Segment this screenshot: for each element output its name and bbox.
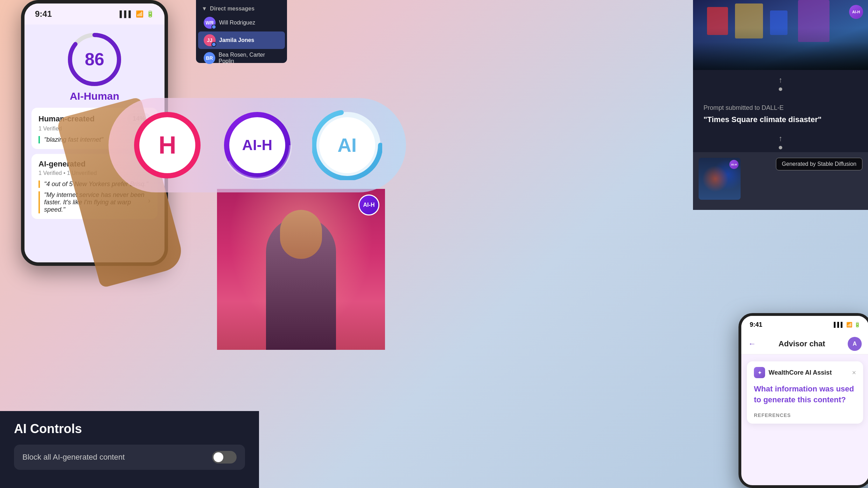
phone-left-time: 9:41	[35, 9, 52, 19]
app-name-label: AI-Human	[70, 90, 119, 102]
avatar-badge-will	[211, 24, 216, 29]
wealthcore-header: ✦ WealthCore AI Assist ×	[754, 367, 856, 378]
ai-controls-panel: AI Controls Block all AI-generated conte…	[0, 411, 259, 488]
avatar-badge-jamila	[211, 42, 216, 47]
messenger-panel: ▼ Direct messages WR Will Rodriguez JJ J…	[196, 0, 287, 63]
h-icon-container[interactable]: H	[132, 110, 202, 180]
messenger-item-jamila[interactable]: JJ Jamila Jones	[198, 31, 285, 49]
direct-messages-label: Direct messages	[210, 6, 254, 12]
signal-icon-right: ▌▌▌	[834, 322, 844, 327]
back-button[interactable]: ←	[748, 339, 756, 348]
aih-badge-center-photo: AI-H	[358, 195, 379, 215]
chat-avatar: A	[848, 337, 862, 351]
wealthcore-question: What information was used to generate th…	[754, 384, 856, 405]
aih-icon-container[interactable]: AI-H	[222, 110, 292, 180]
chat-header: ← Advisor chat A	[741, 333, 868, 354]
battery-icon-right: 🔋	[854, 322, 860, 327]
phone-right-status-icons: ▌▌▌ 📶 🔋	[834, 322, 860, 327]
dalle-prompt-label: Prompt submitted to DALL-E	[704, 104, 858, 112]
phone-right-time: 9:41	[750, 321, 762, 328]
dalle-prompt-area: Prompt submitted to DALL-E "Times Square…	[693, 94, 868, 131]
dalle-thumbnail: AI-H	[699, 158, 741, 200]
wifi-icon: 📶	[136, 10, 144, 18]
center-photo: AI-H	[217, 189, 385, 350]
sd-label: Generated by Stable Diffusion	[776, 158, 862, 170]
score-number: 86	[66, 31, 122, 87]
signal-icon: ▌▌▌	[120, 10, 133, 18]
battery-icon: 🔋	[146, 10, 154, 18]
ai-controls-row: Block all AI-generated content	[14, 445, 245, 470]
block-ai-toggle[interactable]	[212, 451, 237, 464]
arrow-up-2: ↑	[693, 131, 868, 146]
avatar-initials-jamila: JJ	[207, 37, 212, 43]
references-label: REFERENCES	[754, 412, 856, 418]
name-will: Will Rodriguez	[219, 20, 255, 26]
score-circle: 86	[66, 31, 122, 87]
arrow-dot-2	[693, 146, 868, 149]
ai-icon-container[interactable]: AI	[312, 110, 382, 180]
avatar-jamila: JJ	[204, 34, 216, 46]
dalle-panel: AI-H ↑ Prompt submitted to DALL-E "Times…	[693, 0, 868, 210]
ai-controls-title: AI Controls	[14, 422, 245, 436]
icons-row: H AI-H	[108, 98, 406, 192]
messenger-section-header: ▼ Direct messages	[196, 3, 287, 14]
block-ai-label: Block all AI-generated content	[22, 453, 125, 462]
chat-title: Advisor chat	[762, 339, 842, 348]
wifi-icon-right: 📶	[846, 322, 852, 327]
photo-inner: AI-H	[217, 189, 385, 350]
name-bea: Bea Rosen, Carter Poplin	[219, 52, 279, 64]
aih-icon-label: AI-H	[242, 137, 272, 154]
phone-right-status-bar: 9:41 ▌▌▌ 📶 🔋	[741, 316, 868, 333]
phone-right: 9:41 ▌▌▌ 📶 🔋 ← Advisor chat A ✦ WealthCo…	[738, 313, 868, 488]
name-jamila: Jamila Jones	[219, 37, 254, 43]
messenger-item-will[interactable]: WR Will Rodriguez	[198, 14, 285, 31]
messenger-item-bea[interactable]: BR Bea Rosen, Carter Poplin	[198, 49, 285, 67]
chat-body: ✦ WealthCore AI Assist × What informatio…	[741, 354, 868, 468]
arrow-up-1: ↑	[693, 70, 868, 87]
collapse-icon: ▼	[202, 6, 207, 12]
avatar-initials-bea: BR	[206, 55, 213, 61]
close-button[interactable]: ×	[852, 369, 856, 377]
dalle-second-image-area: AI-H Generated by Stable Diffusion	[693, 152, 868, 210]
sd-label-text: Generated by Stable Diffusion	[782, 161, 856, 167]
avatar-bea: BR	[204, 52, 215, 64]
dalle-thumb-badge: AI-H	[729, 160, 738, 169]
avatar-will: WR	[204, 17, 216, 29]
city-overlay	[693, 28, 868, 70]
wealthcore-icon: ✦	[754, 367, 765, 378]
ai-icon-label: AI	[337, 134, 357, 156]
wealthcore-card: ✦ WealthCore AI Assist × What informatio…	[747, 361, 863, 424]
arrow-dot-1	[693, 87, 868, 91]
toggle-knob	[214, 452, 223, 462]
h-icon-label: H	[159, 131, 176, 159]
phone-left-status-bar: 9:41 ▌▌▌ 📶 🔋	[24, 3, 164, 24]
wealthcore-name: WealthCore AI Assist	[769, 369, 848, 376]
phone-left-status-icons: ▌▌▌ 📶 🔋	[120, 10, 154, 18]
dalle-prompt-text: "Times Square climate disaster"	[704, 115, 858, 124]
dalle-main-image: AI-H	[693, 0, 868, 70]
